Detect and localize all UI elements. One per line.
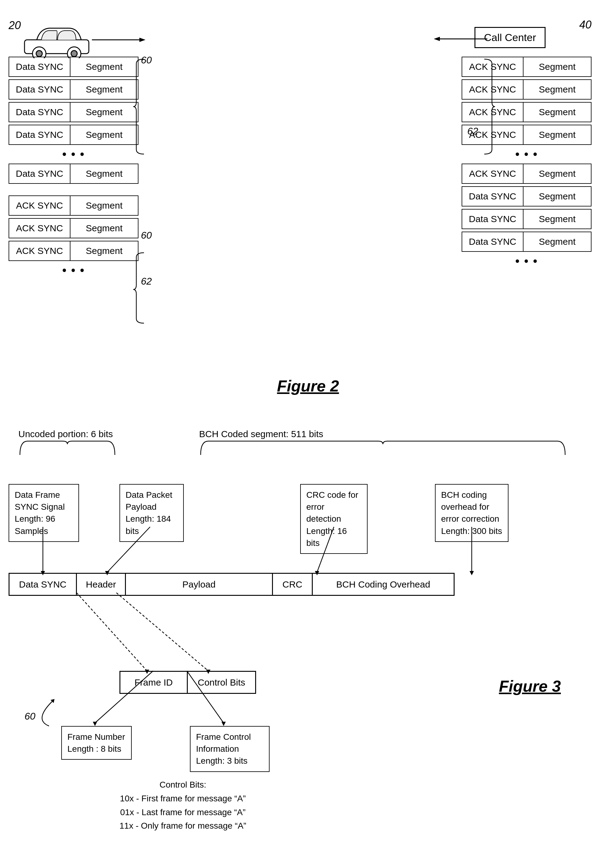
left-seg-2: Segment: [71, 103, 138, 122]
left-sync-1: Data SYNC: [9, 80, 71, 99]
left-sync-0: Data SYNC: [9, 57, 71, 76]
arrow-60-fig3: [18, 695, 68, 732]
right-seg-0: Segment: [523, 57, 591, 76]
svg-line-17: [77, 593, 147, 671]
svg-point-4: [71, 50, 77, 57]
left-sync-3: Data SYNC: [9, 125, 71, 144]
left-seg-3: Segment: [71, 125, 138, 144]
svg-marker-6: [139, 38, 146, 42]
right-seg-5: Segment: [523, 187, 591, 206]
brace-60-left-mid: 60: [141, 230, 152, 241]
right-sync-5: Data SYNC: [462, 187, 523, 206]
right-seg-1: Segment: [523, 80, 591, 99]
figure3-caption: Figure 3: [499, 677, 561, 695]
right-sync-6: Data SYNC: [462, 209, 523, 228]
right-seg-6: Segment: [523, 209, 591, 228]
car-number: 20: [9, 19, 21, 32]
figure3-area: Uncoded portion: 6 bits BCH Coded segmen…: [0, 423, 616, 866]
svg-line-11: [107, 527, 150, 572]
car-icon: [22, 25, 92, 58]
dotted-arrows: [0, 570, 616, 680]
left-column: Data SYNC Segment Data SYNC Segment Data…: [9, 57, 138, 280]
svg-marker-24: [222, 722, 226, 726]
left-sync-5: ACK SYNC: [9, 196, 71, 215]
figure2-area: 20 Call Center 40: [0, 9, 616, 413]
figure2-caption: Figure 2: [277, 377, 339, 395]
svg-point-2: [36, 50, 42, 57]
left-seg-1: Segment: [71, 80, 138, 99]
right-seg-2: Segment: [523, 103, 591, 122]
left-row-2: Data SYNC Segment: [9, 102, 138, 122]
right-dots-2: • • •: [462, 254, 591, 268]
left-sync-6: ACK SYNC: [9, 219, 71, 238]
left-row-6: ACK SYNC Segment: [9, 218, 138, 238]
svg-line-18: [116, 593, 208, 671]
right-row-5: Data SYNC Segment: [462, 186, 591, 206]
left-row-3: Data SYNC Segment: [9, 125, 138, 145]
arrow-right-from-car: [92, 35, 147, 44]
svg-line-21: [95, 671, 153, 723]
left-row-5: ACK SYNC Segment: [9, 195, 138, 216]
left-seg-6: Segment: [71, 219, 138, 238]
left-seg-5: Segment: [71, 196, 138, 215]
control-bits-text: Control Bits: 10x - First frame for mess…: [119, 778, 246, 833]
left-row-7: ACK SYNC Segment: [9, 241, 138, 261]
call-center-number: 40: [579, 18, 591, 31]
right-sync-7: Data SYNC: [462, 232, 523, 251]
brace-left-top: [132, 58, 150, 156]
left-seg-4: Segment: [71, 164, 138, 183]
right-seg-4: Segment: [523, 164, 591, 183]
svg-marker-22: [93, 722, 97, 726]
arrow-left-to-car: [432, 34, 487, 44]
right-seg-7: Segment: [523, 232, 591, 251]
control-bits-line-2: 11x - Only frame for message “A”: [119, 819, 246, 833]
brace-62-right: 62: [467, 126, 478, 137]
left-row-4: Data SYNC Segment: [9, 163, 138, 184]
control-bits-line-1: 01x - Last frame for message “A”: [119, 806, 246, 819]
control-bits-title: Control Bits:: [119, 778, 246, 792]
left-seg-0: Segment: [71, 57, 138, 76]
brace-left-ack: [132, 251, 150, 325]
right-seg-3: Segment: [523, 125, 591, 144]
right-row-7: Data SYNC Segment: [462, 232, 591, 252]
left-row-0: Data SYNC Segment: [9, 57, 138, 77]
right-row-4: ACK SYNC Segment: [462, 163, 591, 184]
left-sync-7: ACK SYNC: [9, 241, 71, 260]
left-sync-4: Data SYNC: [9, 164, 71, 183]
left-seg-7: Segment: [71, 241, 138, 260]
control-bits-line-0: 10x - First frame for message “A”: [119, 792, 246, 806]
svg-marker-8: [434, 37, 440, 41]
right-row-6: Data SYNC Segment: [462, 209, 591, 229]
left-dots-1: • • •: [9, 147, 138, 161]
left-sync-2: Data SYNC: [9, 103, 71, 122]
brace-right-top: [478, 58, 497, 156]
left-dots-2: • • •: [9, 264, 138, 277]
right-sync-4: ACK SYNC: [462, 164, 523, 183]
left-row-1: Data SYNC Segment: [9, 79, 138, 99]
svg-line-23: [187, 671, 224, 723]
svg-line-13: [317, 527, 334, 572]
